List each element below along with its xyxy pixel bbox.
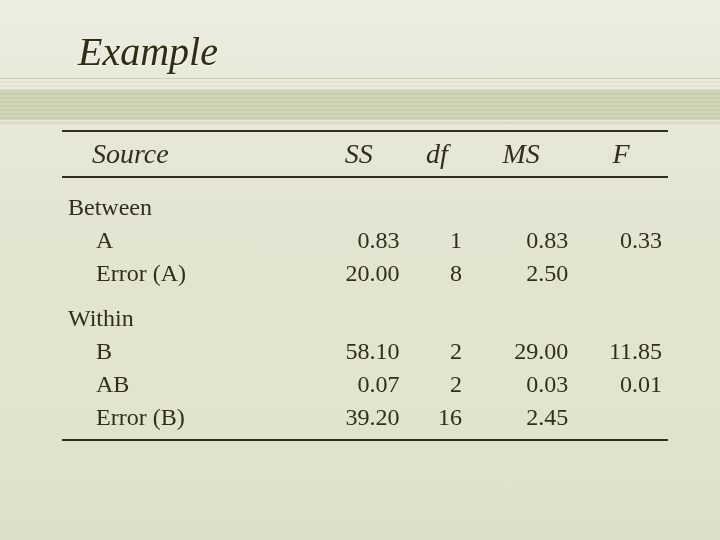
col-source: Source — [62, 131, 312, 177]
row-label: B — [62, 334, 312, 367]
cell-f: 11.85 — [574, 334, 668, 367]
table-row: AB 0.07 2 0.03 0.01 — [62, 367, 668, 400]
cell-ms: 0.83 — [468, 223, 574, 256]
cell-df: 2 — [406, 367, 468, 400]
anova-table: Source SS df MS F Between A 0.83 1 0.83 … — [62, 130, 668, 441]
cell-ms: 0.03 — [468, 367, 574, 400]
cell-df: 1 — [406, 223, 468, 256]
row-label: Error (B) — [62, 400, 312, 440]
cell-f — [574, 256, 668, 289]
col-ss: SS — [312, 131, 406, 177]
cell-ms: 2.50 — [468, 256, 574, 289]
table-row: B 58.10 2 29.00 11.85 — [62, 334, 668, 367]
row-label: AB — [62, 367, 312, 400]
cell-ss: 39.20 — [312, 400, 406, 440]
cell-ss: 0.07 — [312, 367, 406, 400]
cell-f: 0.33 — [574, 223, 668, 256]
cell-df: 8 — [406, 256, 468, 289]
cell-f: 0.01 — [574, 367, 668, 400]
table-row: Error (A) 20.00 8 2.50 — [62, 256, 668, 289]
col-ms: MS — [468, 131, 574, 177]
cell-ms: 29.00 — [468, 334, 574, 367]
section-label: Between — [62, 177, 312, 223]
row-label: Error (A) — [62, 256, 312, 289]
table-row: A 0.83 1 0.83 0.33 — [62, 223, 668, 256]
cell-ss: 0.83 — [312, 223, 406, 256]
anova-table-container: Source SS df MS F Between A 0.83 1 0.83 … — [62, 130, 668, 441]
table-row: Between — [62, 177, 668, 223]
cell-df: 16 — [406, 400, 468, 440]
cell-ss: 58.10 — [312, 334, 406, 367]
table-row: Error (B) 39.20 16 2.45 — [62, 400, 668, 440]
cell-df: 2 — [406, 334, 468, 367]
table-header-row: Source SS df MS F — [62, 131, 668, 177]
cell-f — [574, 400, 668, 440]
decorative-band — [0, 78, 720, 124]
slide-title: Example — [78, 28, 218, 75]
section-label: Within — [62, 289, 312, 334]
table-row: Within — [62, 289, 668, 334]
cell-ss: 20.00 — [312, 256, 406, 289]
col-f: F — [574, 131, 668, 177]
row-label: A — [62, 223, 312, 256]
cell-ms: 2.45 — [468, 400, 574, 440]
col-df: df — [406, 131, 468, 177]
